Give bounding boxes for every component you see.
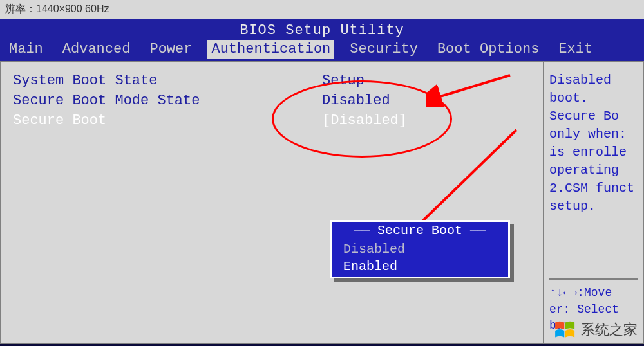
setting-label: System Boot State <box>13 71 322 91</box>
menu-main[interactable]: Main <box>5 40 47 59</box>
setting-value: Setup <box>322 71 365 91</box>
menu-exit[interactable]: Exit <box>554 40 596 59</box>
secure-boot-popup: ── Secure Boot ── Disabled Enabled <box>330 220 510 278</box>
menu-boot-options[interactable]: Boot Options <box>433 40 543 59</box>
main-panel: System Boot State Setup Secure Boot Mode… <box>0 61 544 344</box>
popup-option-enabled[interactable]: Enabled <box>333 258 507 275</box>
setting-secure-boot-mode-state[interactable]: Secure Boot Mode State Disabled <box>13 91 531 111</box>
bios-screen: BIOS Setup Utility Main Advanced Power A… <box>0 19 644 346</box>
menu-bar: Main Advanced Power Authentication Secur… <box>0 40 644 61</box>
bios-title: BIOS Setup Utility <box>0 19 644 40</box>
setting-value: [Disabled] <box>322 111 407 131</box>
menu-power[interactable]: Power <box>146 40 196 59</box>
watermark-text: 系统之家 <box>581 320 638 340</box>
content-area: System Boot State Setup Secure Boot Mode… <box>0 61 644 344</box>
popup-option-disabled[interactable]: Disabled <box>333 241 507 258</box>
menu-security[interactable]: Security <box>346 40 422 59</box>
setting-system-boot-state[interactable]: System Boot State Setup <box>13 71 531 91</box>
setting-value: Disabled <box>322 91 390 111</box>
windows-flag-icon <box>554 320 577 340</box>
setting-label: Secure Boot <box>13 111 322 131</box>
menu-advanced[interactable]: Advanced <box>59 40 135 59</box>
setting-label: Secure Boot Mode State <box>13 91 322 111</box>
help-panel: Disabled boot. Secure Bo only when: is e… <box>544 61 644 344</box>
setting-secure-boot[interactable]: Secure Boot [Disabled] <box>13 111 531 131</box>
popup-title: ── Secure Boot ── <box>333 222 507 239</box>
watermark: 系统之家 <box>554 320 638 340</box>
resolution-info: 辨率：1440×900 60Hz <box>0 0 644 19</box>
help-text: Disabled boot. Secure Bo only when: is e… <box>549 71 638 278</box>
menu-authentication[interactable]: Authentication <box>207 40 334 59</box>
